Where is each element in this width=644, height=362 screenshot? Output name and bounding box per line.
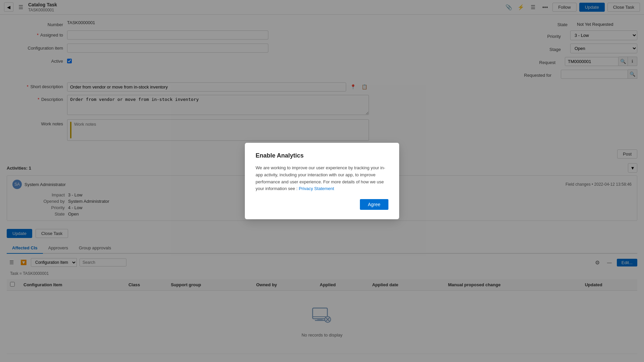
modal-body: We are working to improve our user exper… — [256, 165, 388, 192]
privacy-statement-link[interactable]: Privacy Statement — [299, 186, 334, 191]
modal-title: Enable Analytics — [256, 152, 388, 159]
modal-footer: Agree — [256, 199, 388, 210]
modal-overlay: Enable Analytics We are working to impro… — [0, 0, 644, 362]
enable-analytics-modal: Enable Analytics We are working to impro… — [245, 143, 399, 219]
agree-button[interactable]: Agree — [360, 199, 388, 210]
